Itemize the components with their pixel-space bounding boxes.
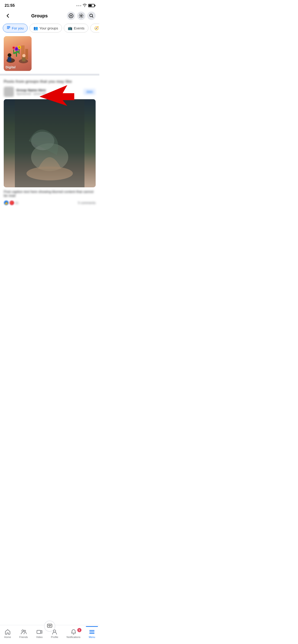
svg-point-12 xyxy=(22,54,26,57)
post-caption: Post caption text here showing blurred c… xyxy=(4,190,96,198)
post-avatar xyxy=(4,87,14,97)
page-header: Groups xyxy=(0,10,99,23)
tab-your-groups[interactable]: 👥 Your groups xyxy=(30,24,62,32)
posts-section: Posts from groups that you may like Grou… xyxy=(0,76,99,210)
post-card: Group Name Here Sponsored · some info Jo… xyxy=(4,87,96,206)
svg-rect-10 xyxy=(8,57,11,62)
for-you-icon xyxy=(7,26,11,30)
header-actions xyxy=(67,12,96,20)
join-button[interactable]: Join xyxy=(83,88,96,95)
discover-icon: 🧭 xyxy=(94,26,99,30)
svg-point-19 xyxy=(18,46,20,48)
like-emoji: 👍 xyxy=(4,200,9,206)
tab-events-label: Events xyxy=(74,26,85,30)
group-cards-section: Digital xyxy=(0,35,99,74)
svg-point-1 xyxy=(81,15,82,16)
posts-section-title: Posts from groups that you may like xyxy=(4,79,96,84)
post-meta: Sponsored · some info xyxy=(16,92,81,96)
tab-for-you[interactable]: For you xyxy=(3,24,28,32)
post-image xyxy=(4,99,96,187)
page-title: Groups xyxy=(31,13,48,18)
svg-rect-5 xyxy=(7,28,9,29)
post-info: Group Name Here Sponsored · some info xyxy=(16,88,81,96)
love-emoji: ❤️ xyxy=(9,200,15,206)
signal-icon xyxy=(76,5,81,6)
post-image-art xyxy=(4,99,96,187)
post-header: Group Name Here Sponsored · some info Jo… xyxy=(4,87,96,97)
group-illustration xyxy=(5,41,32,64)
group-card-label: Digital xyxy=(6,65,16,69)
svg-rect-4 xyxy=(7,27,10,28)
svg-point-17 xyxy=(13,47,15,49)
status-bar: 21:55 xyxy=(0,0,99,10)
wifi-icon xyxy=(83,4,87,8)
status-time: 21:55 xyxy=(5,3,15,8)
back-button[interactable] xyxy=(4,12,12,20)
svg-rect-7 xyxy=(25,49,28,59)
svg-rect-13 xyxy=(22,57,26,62)
svg-point-9 xyxy=(8,53,11,57)
comments-count: 5 comments xyxy=(78,201,96,205)
svg-point-15 xyxy=(15,48,18,50)
battery-icon xyxy=(88,4,95,7)
tab-your-groups-label: Your groups xyxy=(40,26,58,30)
post-author-name: Group Name Here xyxy=(16,88,81,92)
group-card-digital[interactable]: Digital xyxy=(4,36,32,71)
your-groups-icon: 👥 xyxy=(34,26,38,30)
reaction-emojis: 👍 ❤️ 11 xyxy=(4,200,19,206)
tab-events[interactable]: 📺 Events xyxy=(64,24,88,32)
svg-point-29 xyxy=(27,166,73,180)
section-divider xyxy=(0,74,99,76)
settings-button[interactable] xyxy=(77,12,85,20)
tab-discover[interactable]: 🧭 Disc… xyxy=(90,24,99,32)
events-icon: 📺 xyxy=(68,26,72,30)
add-button[interactable] xyxy=(67,12,75,20)
tab-for-you-label: For you xyxy=(12,26,24,30)
post-reactions: 👍 ❤️ 11 5 comments xyxy=(4,199,96,206)
svg-rect-3 xyxy=(7,26,10,27)
status-icons xyxy=(76,4,95,8)
search-button[interactable] xyxy=(87,12,96,20)
reaction-count: 11 xyxy=(15,201,19,205)
tab-bar: For you 👥 Your groups 📺 Events 🧭 Disc… xyxy=(0,23,99,35)
